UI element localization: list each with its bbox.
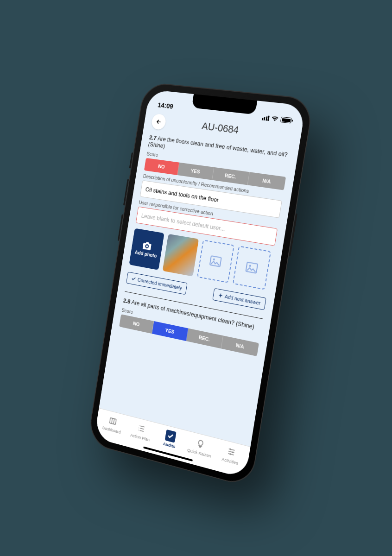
score-rec[interactable]: REC. — [212, 167, 249, 185]
svg-point-5 — [229, 448, 231, 450]
score-yes[interactable]: YES — [177, 163, 214, 180]
score-na[interactable]: N/A — [247, 172, 286, 190]
checkbox-icon — [165, 430, 177, 443]
corrected-label: Corrected immediately — [137, 277, 183, 291]
dashboard-icon — [107, 415, 119, 428]
status-time: 14:09 — [157, 101, 174, 110]
screen: 14:09 AU-0684 2.7 — [94, 89, 306, 479]
tab-audits[interactable]: Audits — [154, 427, 186, 451]
score-rec[interactable]: REC. — [186, 329, 223, 349]
add-next-answer-button[interactable]: Add next answer — [212, 288, 266, 310]
svg-rect-0 — [210, 256, 221, 266]
list-icon — [136, 422, 147, 436]
cellular-icon — [261, 115, 269, 121]
phone-frame: 14:09 AU-0684 2.7 — [87, 82, 315, 488]
image-icon — [245, 261, 258, 274]
photo-placeholder-2[interactable] — [197, 240, 234, 283]
tab-label: Activities — [221, 456, 239, 466]
svg-rect-4 — [110, 418, 116, 424]
corrected-immediately-button[interactable]: Corrected immediately — [126, 272, 188, 295]
battery-icon — [280, 117, 292, 124]
tab-dashboard[interactable]: Dashboard — [97, 412, 128, 436]
tab-label: Quick Kaizen — [187, 447, 211, 458]
sliders-icon — [225, 445, 237, 459]
arrow-left-icon — [155, 118, 162, 125]
photo-placeholder-3[interactable] — [233, 246, 271, 290]
svg-rect-2 — [246, 262, 258, 273]
add-photo-label: Add photo — [134, 249, 157, 259]
image-icon — [209, 255, 222, 267]
add-next-label: Add next answer — [224, 293, 261, 306]
wifi-icon — [271, 115, 279, 122]
score-no[interactable]: NO — [144, 158, 180, 175]
check-icon — [131, 276, 136, 282]
photo-thumbnail-1[interactable] — [163, 234, 199, 277]
tab-action-plan[interactable]: Action Plan — [125, 419, 157, 443]
svg-point-1 — [213, 258, 215, 260]
svg-point-3 — [249, 265, 251, 267]
svg-point-7 — [229, 453, 231, 455]
question-number: 2.8 — [123, 297, 131, 305]
camera-icon — [142, 240, 152, 251]
tab-quick-kaizen[interactable]: Quick Kaizen — [183, 435, 217, 460]
add-photo-button[interactable]: Add photo — [129, 228, 164, 270]
status-right — [261, 114, 292, 123]
plus-icon — [218, 292, 224, 299]
content-scroll[interactable]: 2.7 Are the floors clean and free of was… — [99, 129, 299, 446]
score-na[interactable]: N/A — [221, 335, 259, 356]
svg-point-6 — [232, 451, 234, 453]
lightbulb-icon — [195, 437, 207, 451]
phone-mockup: 14:09 AU-0684 2.7 — [87, 82, 315, 488]
tab-activities[interactable]: Activities — [214, 442, 248, 468]
